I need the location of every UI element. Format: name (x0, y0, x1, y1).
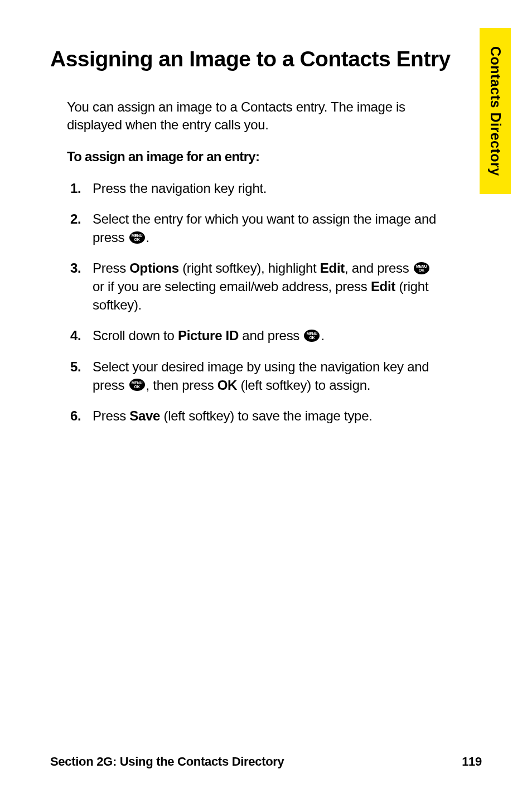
menu-ok-icon: MENUOK (304, 330, 320, 342)
step-number: 2. (67, 210, 93, 228)
menu-ok-icon: MENUOK (129, 379, 145, 391)
step-body: Scroll down to Picture ID and press MENU… (93, 326, 443, 345)
menu-ok-icon: MENUOK (129, 231, 145, 244)
page-footer: Section 2G: Using the Contacts Directory… (50, 755, 482, 769)
step-item: 1.Press the navigation key right. (67, 179, 443, 197)
steps-list: 1.Press the navigation key right.2.Selec… (67, 179, 443, 425)
bold-term: Edit (320, 260, 345, 275)
step-body: Press Save (left softkey) to save the im… (93, 407, 443, 425)
step-number: 4. (67, 326, 93, 345)
step-body: Press Options (right softkey), highlight… (93, 259, 443, 314)
bold-term: Options (129, 260, 179, 275)
side-tab: Contacts Directory (480, 28, 511, 194)
bold-term: Edit (371, 279, 395, 294)
footer-page-number: 119 (462, 755, 482, 769)
step-item: 2.Select the entry for which you want to… (67, 210, 443, 246)
step-body: Select your desired image by using the n… (93, 357, 443, 394)
bold-term: OK (217, 378, 237, 393)
step-body: Select the entry for which you want to a… (93, 210, 443, 246)
step-number: 5. (67, 357, 93, 376)
step-number: 1. (67, 179, 93, 197)
side-tab-label: Contacts Directory (487, 46, 504, 176)
step-item: 3.Press Options (right softkey), highlig… (67, 259, 443, 314)
step-number: 6. (67, 407, 93, 425)
step-body: Press the navigation key right. (93, 179, 443, 197)
step-item: 4.Scroll down to Picture ID and press ME… (67, 326, 443, 345)
bold-term: Picture ID (178, 328, 239, 343)
menu-ok-icon: MENUOK (414, 262, 429, 274)
bold-term: Save (129, 408, 160, 423)
page-title: Assigning an Image to a Contacts Entry (50, 47, 482, 71)
step-item: 6.Press Save (left softkey) to save the … (67, 407, 443, 425)
step-item: 5.Select your desired image by using the… (67, 357, 443, 394)
intro-paragraph: You can assign an image to a Contacts en… (67, 98, 448, 134)
page: Contacts Directory Assigning an Image to… (0, 0, 532, 798)
footer-section: Section 2G: Using the Contacts Directory (50, 755, 284, 769)
step-number: 3. (67, 259, 93, 277)
subheading: To assign an image for an entry: (67, 149, 482, 165)
